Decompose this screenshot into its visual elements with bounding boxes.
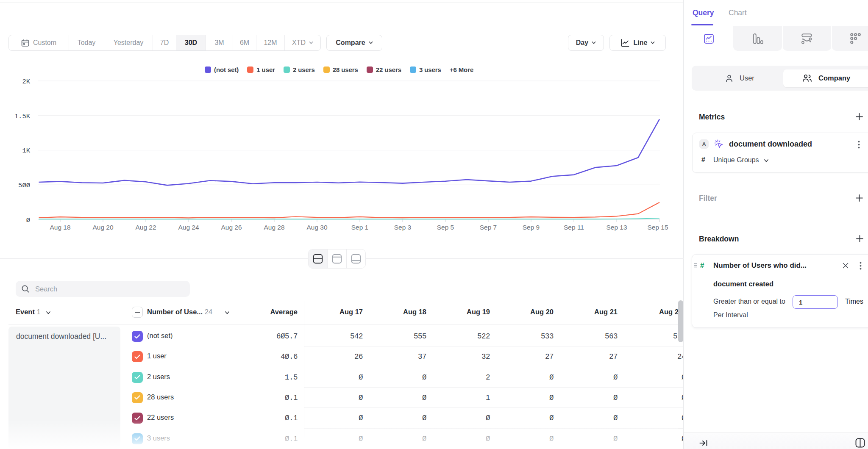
svg-text:Ø: Ø (26, 216, 30, 224)
svg-text:Sep 15: Sep 15 (647, 224, 668, 231)
svg-text:Sep 3: Sep 3 (394, 224, 412, 231)
svg-text:Aug 28: Aug 28 (264, 224, 284, 231)
svg-text:Aug 22: Aug 22 (135, 224, 156, 231)
svg-text:Sep 11: Sep 11 (564, 224, 584, 231)
svg-text:Sep 5: Sep 5 (437, 224, 454, 231)
svg-text:5ØØ: 5ØØ (18, 182, 30, 189)
svg-text:Sep 13: Sep 13 (606, 224, 627, 231)
svg-text:Sep 7: Sep 7 (480, 224, 497, 231)
svg-text:2K: 2K (22, 78, 30, 86)
svg-text:1.5K: 1.5K (14, 113, 31, 120)
svg-text:Aug 30: Aug 30 (306, 224, 328, 231)
svg-text:Aug 18: Aug 18 (50, 224, 70, 231)
svg-text:Aug 24: Aug 24 (178, 224, 199, 231)
svg-text:Aug 20: Aug 20 (92, 224, 114, 231)
svg-text:Sep 1: Sep 1 (351, 224, 369, 231)
svg-text:Sep 9: Sep 9 (523, 224, 540, 231)
svg-text:1K: 1K (22, 147, 30, 155)
svg-text:Aug 26: Aug 26 (221, 224, 242, 231)
